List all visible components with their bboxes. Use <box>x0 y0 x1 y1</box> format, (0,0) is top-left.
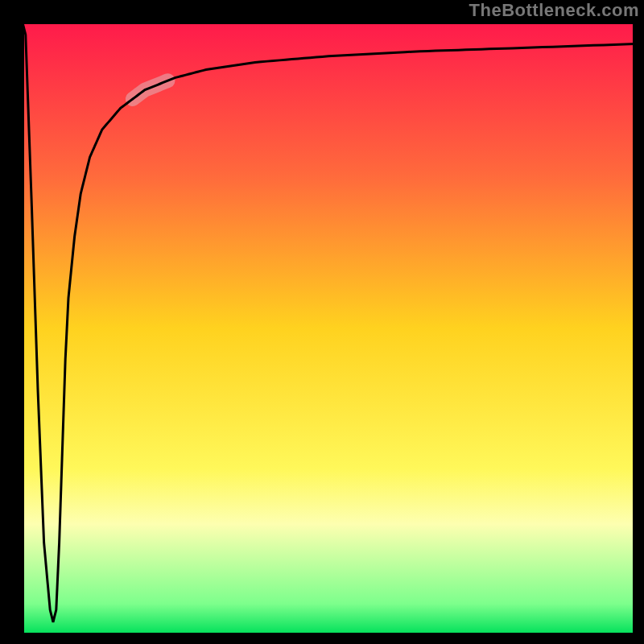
chart-frame: TheBottleneck.com <box>0 0 644 644</box>
watermark-text: TheBottleneck.com <box>469 0 639 21</box>
bottleneck-chart <box>0 0 644 644</box>
